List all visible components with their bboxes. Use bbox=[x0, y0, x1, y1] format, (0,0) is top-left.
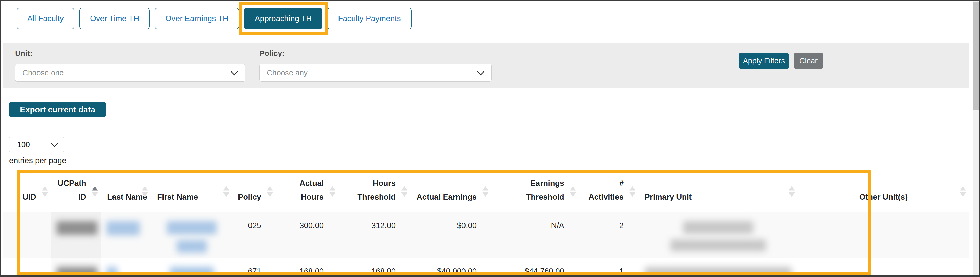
col-header-uid[interactable]: UID bbox=[3, 171, 51, 212]
sort-icon bbox=[329, 186, 336, 197]
scrollbar-thumb[interactable] bbox=[973, 2, 979, 110]
cell-last-name bbox=[101, 212, 151, 258]
sort-icon bbox=[570, 186, 576, 197]
cell-actual-earnings: $40,000.00 bbox=[410, 258, 492, 277]
chevron-down-icon bbox=[477, 68, 484, 75]
policy-select[interactable]: Choose any bbox=[259, 64, 492, 82]
col-header-ucpath-id[interactable]: UCPath ID bbox=[51, 171, 101, 212]
sort-icon bbox=[142, 186, 148, 197]
cell-primary-unit-redacted bbox=[638, 212, 798, 258]
redacted-text-block bbox=[57, 221, 97, 235]
cell-primary-unit-redacted bbox=[638, 258, 798, 277]
redacted-text-block bbox=[642, 267, 794, 277]
cell-num-activities: 2 bbox=[579, 212, 638, 258]
sort-icon bbox=[267, 186, 273, 197]
cell-actual-hours: 300.00 bbox=[276, 212, 339, 258]
sort-icon bbox=[960, 186, 966, 197]
cell-ucpath-id-redacted bbox=[51, 258, 101, 277]
sort-icon bbox=[223, 186, 229, 197]
cell-uid bbox=[3, 212, 51, 258]
chevron-down-icon bbox=[231, 68, 238, 75]
sort-icon bbox=[629, 186, 635, 197]
first-name-link-redacted[interactable] bbox=[154, 221, 229, 253]
col-header-hours-threshold[interactable]: Hours Threshold bbox=[339, 171, 410, 212]
tab-faculty-payments[interactable]: Faculty Payments bbox=[327, 8, 411, 29]
col-header-actual-hours[interactable]: Actual Hours bbox=[276, 171, 339, 212]
tab-over-earnings-th[interactable]: Over Earnings TH bbox=[154, 8, 239, 29]
page-size-value: 100 bbox=[17, 140, 30, 149]
col-header-first-name[interactable]: First Name bbox=[151, 171, 232, 212]
page-content: All Faculty Over Time TH Over Earnings T… bbox=[1, 1, 968, 275]
col-header-earnings-threshold[interactable]: Earnings Threshold bbox=[492, 171, 579, 212]
unit-select-value: Choose one bbox=[22, 69, 64, 77]
unit-select[interactable]: Choose one bbox=[15, 64, 245, 82]
cell-actual-hours: 168.00 bbox=[276, 258, 339, 277]
apply-filters-button[interactable]: Apply Filters bbox=[739, 53, 789, 69]
filter-panel: Unit: Choose one Policy: Choose any Appl… bbox=[3, 43, 969, 88]
cell-first-name bbox=[151, 212, 232, 258]
sort-icon bbox=[482, 186, 488, 197]
cell-num-activities: 1 bbox=[579, 258, 638, 277]
redacted-text-block bbox=[57, 267, 97, 277]
last-name-link-redacted[interactable] bbox=[107, 267, 117, 277]
cell-ucpath-id-redacted bbox=[51, 212, 101, 258]
entries-per-page-label: entries per page bbox=[9, 156, 968, 165]
cell-first-name bbox=[151, 258, 232, 277]
clear-button[interactable]: Clear bbox=[794, 53, 823, 69]
cell-policy: 025 bbox=[232, 212, 276, 258]
policy-label: Policy: bbox=[259, 49, 492, 58]
browser-window: All Faculty Over Time TH Over Earnings T… bbox=[0, 0, 980, 277]
first-name-link-redacted[interactable] bbox=[154, 267, 229, 277]
faculty-table: UID UCPath ID Last Name First Name bbox=[3, 171, 969, 277]
col-header-actual-earnings[interactable]: Actual Earnings bbox=[410, 171, 492, 212]
export-current-data-button[interactable]: Export current data bbox=[9, 102, 106, 117]
tab-all-faculty[interactable]: All Faculty bbox=[17, 8, 75, 29]
cell-hours-threshold: 312.00 bbox=[339, 212, 410, 258]
policy-select-value: Choose any bbox=[267, 69, 308, 77]
sort-icon bbox=[42, 186, 48, 197]
redacted-text-block bbox=[642, 221, 794, 251]
tab-bar: All Faculty Over Time TH Over Earnings T… bbox=[1, 1, 968, 43]
tab-approaching-th[interactable]: Approaching TH bbox=[244, 8, 322, 29]
col-header-other-units[interactable]: Other Unit(s) bbox=[798, 171, 969, 212]
cell-uid bbox=[3, 258, 51, 277]
cell-other-units bbox=[798, 258, 969, 277]
cell-other-units bbox=[798, 212, 969, 258]
table-header-row: UID UCPath ID Last Name First Name bbox=[3, 171, 969, 212]
col-header-last-name[interactable]: Last Name bbox=[101, 171, 151, 212]
table-row: 025 300.00 312.00 $0.00 N/A 2 bbox=[3, 212, 969, 258]
table-row: 671 168.00 168.00 $40,000.00 $44,760.00 … bbox=[3, 258, 969, 277]
chevron-down-icon bbox=[51, 140, 58, 147]
unit-filter-group: Unit: Choose one bbox=[15, 43, 245, 82]
unit-label: Unit: bbox=[15, 49, 245, 58]
last-name-link-redacted[interactable] bbox=[107, 221, 140, 235]
sort-icon bbox=[401, 186, 407, 197]
sort-icon bbox=[789, 186, 795, 197]
cell-last-name bbox=[101, 258, 151, 277]
cell-earnings-threshold: N/A bbox=[492, 212, 579, 258]
cell-policy: 671 bbox=[232, 258, 276, 277]
col-header-num-activities[interactable]: # Activities bbox=[579, 171, 638, 212]
page-size-control: 100 bbox=[9, 136, 968, 152]
col-header-primary-unit[interactable]: Primary Unit bbox=[638, 171, 798, 212]
cell-earnings-threshold: $44,760.00 bbox=[492, 258, 579, 277]
cell-hours-threshold: 168.00 bbox=[339, 258, 410, 277]
col-header-policy[interactable]: Policy bbox=[232, 171, 276, 212]
policy-filter-group: Policy: Choose any bbox=[259, 43, 492, 82]
tab-over-time-th[interactable]: Over Time TH bbox=[80, 8, 150, 29]
cell-actual-earnings: $0.00 bbox=[410, 212, 492, 258]
page-size-select[interactable]: 100 bbox=[9, 136, 64, 152]
sort-asc-icon bbox=[92, 186, 98, 197]
tab-highlight-annotation: Approaching TH bbox=[239, 2, 328, 35]
vertical-scrollbar[interactable] bbox=[973, 1, 979, 275]
